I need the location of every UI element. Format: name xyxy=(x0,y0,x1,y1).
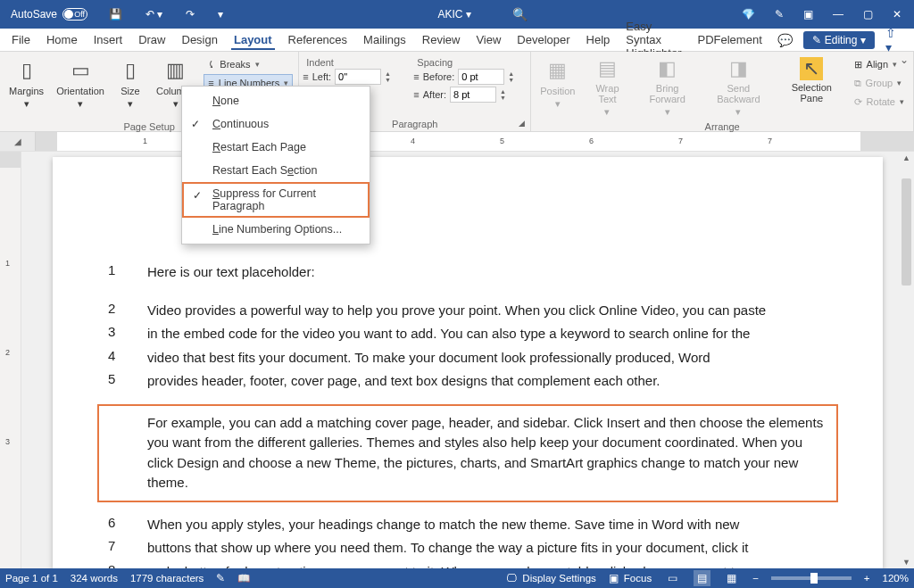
tab-layout[interactable]: Layout xyxy=(226,30,280,49)
spacing-after-icon: ≡ xyxy=(413,89,419,100)
tab-help[interactable]: Help xyxy=(578,30,619,49)
indent-left-input[interactable] xyxy=(335,69,381,85)
vertical-scrollbar[interactable]: ▲ ▼ xyxy=(899,152,914,568)
bring-forward-button: ◧Bring Forward▾ xyxy=(635,55,701,120)
status-page[interactable]: Page 1 of 1 xyxy=(5,573,58,584)
tab-home[interactable]: Home xyxy=(38,30,86,49)
editing-mode-button[interactable]: ✎ Editing ▾ xyxy=(803,31,876,49)
toggle-switch[interactable]: Off xyxy=(62,8,87,21)
indent-left-icon: ≡ xyxy=(303,71,308,82)
spinner[interactable]: ▲▼ xyxy=(385,70,391,83)
statusbar: Page 1 of 1 324 words 1779 characters ✎ … xyxy=(0,568,914,588)
horizontal-ruler[interactable]: ◢ 1 2 3 4 5 6 7 7 xyxy=(0,132,914,152)
search-icon[interactable]: 🔍 xyxy=(512,7,528,21)
page[interactable]: 1Here is our text placeholder: 2Video pr… xyxy=(53,157,883,568)
display-settings[interactable]: 🖵 Display Settings xyxy=(506,573,595,584)
tab-draw[interactable]: Draw xyxy=(130,30,173,49)
orientation-icon: ▭ xyxy=(67,57,94,84)
group-icon: ⧉ xyxy=(854,78,861,89)
document-name[interactable]: AKIC ▾ xyxy=(438,8,471,21)
web-layout-icon[interactable]: ▦ xyxy=(723,570,740,586)
rotate-button: ⟳Rotate▾ xyxy=(851,93,908,111)
line-number: 3 xyxy=(108,324,124,344)
breaks-icon: ⤹ xyxy=(207,59,215,70)
account-icon[interactable]: 👤 xyxy=(907,29,914,51)
size-button[interactable]: ▯Size▾ xyxy=(112,55,149,120)
spellcheck-icon[interactable]: ✎ xyxy=(216,572,225,584)
text-line[interactable]: and a button for layout options appears … xyxy=(147,562,827,569)
tab-design[interactable]: Design xyxy=(174,30,226,49)
autosave-label: AutoSave xyxy=(11,8,57,21)
line-number: 4 xyxy=(108,348,124,369)
zoom-in-icon[interactable]: + xyxy=(864,573,870,584)
spacing-before-input[interactable] xyxy=(458,69,504,85)
tab-insert[interactable]: Insert xyxy=(86,30,131,49)
spinner[interactable]: ▲▼ xyxy=(508,70,514,83)
selection-pane-button[interactable]: ↖Selection Pane xyxy=(777,55,847,120)
selection-pane-icon: ↖ xyxy=(800,57,823,80)
focus-mode[interactable]: ▣ Focus xyxy=(609,572,652,584)
tab-view[interactable]: View xyxy=(468,30,509,49)
menubar: File Home Insert Draw Design Layout Refe… xyxy=(0,29,914,52)
bring-forward-icon: ◧ xyxy=(654,57,681,81)
ln-restart-section[interactable]: Restart Each SectionRestart Each Section xyxy=(182,159,370,182)
line-number: 6 xyxy=(108,515,124,535)
tab-references[interactable]: References xyxy=(280,30,355,49)
collapse-ribbon-icon[interactable]: ⌄ xyxy=(900,54,909,66)
zoom-slider[interactable] xyxy=(771,576,852,580)
launcher-icon[interactable]: ◢ xyxy=(519,119,525,128)
ln-continuous[interactable]: ✓ContinuousContinuous xyxy=(182,112,370,136)
ribbon: ▯Margins▾ ▭Orientation▾ ▯Size▾ ▥Columns▾… xyxy=(0,52,914,132)
tab-mailings[interactable]: Mailings xyxy=(355,30,414,49)
diamond-icon[interactable]: 💎 xyxy=(733,3,764,26)
zoom-level[interactable]: 120% xyxy=(883,573,909,584)
read-mode-icon[interactable]: ▭ xyxy=(664,570,681,586)
text-line[interactable]: in the embed code for the video you want… xyxy=(147,324,827,344)
send-backward-icon: ◨ xyxy=(725,57,752,81)
line-numbers-menu: NNoneone ✓ContinuousContinuous Restart E… xyxy=(181,86,370,244)
tab-pdfelement[interactable]: PDFelement xyxy=(690,30,770,49)
ln-options[interactable]: Line Numbering Options...Line Numbering … xyxy=(182,218,370,241)
tab-review[interactable]: Review xyxy=(414,30,469,49)
spacing-header: Spacing xyxy=(413,55,514,68)
rotate-icon: ⟳ xyxy=(854,96,862,108)
scroll-down-icon[interactable]: ▼ xyxy=(899,558,914,567)
line-number: 8 xyxy=(108,562,124,569)
spacing-after-input[interactable] xyxy=(450,87,496,103)
accessibility-icon[interactable]: 📖 xyxy=(237,572,250,584)
text-line[interactable]: Video provides a powerful way to help yo… xyxy=(147,301,827,321)
text-line[interactable]: Here is our text placeholder: xyxy=(147,262,827,283)
save-icon[interactable]: 💾 xyxy=(100,3,131,26)
margins-button[interactable]: ▯Margins▾ xyxy=(4,55,49,120)
undo-icon[interactable]: ↶ ▾ xyxy=(137,3,171,26)
document-area: 1 2 3 1Here is our text placeholder: 2Vi… xyxy=(0,152,914,568)
spinner[interactable]: ▲▼ xyxy=(500,88,506,101)
ln-none[interactable]: NNoneone xyxy=(182,89,370,112)
vertical-ruler[interactable]: 1 2 3 xyxy=(0,152,21,568)
text-line[interactable]: buttons that show up where you need them… xyxy=(147,538,827,559)
tab-file[interactable]: File xyxy=(4,30,38,49)
ln-restart-page[interactable]: Restart Each PageRestart Each Page xyxy=(182,136,370,159)
text-line[interactable]: When you apply styles, your headings cha… xyxy=(147,515,827,535)
comments-icon[interactable]: 💬 xyxy=(770,29,800,51)
text-line[interactable]: provides header, footer, cover page, and… xyxy=(147,371,827,392)
orientation-button[interactable]: ▭Orientation▾ xyxy=(51,55,110,120)
status-chars[interactable]: 1779 characters xyxy=(130,573,204,584)
ln-suppress[interactable]: ✓Suppress for Current ParagraphSuppress … xyxy=(182,182,370,218)
redo-icon[interactable]: ↷ xyxy=(177,3,204,26)
zoom-out-icon[interactable]: − xyxy=(752,573,759,584)
qat-more-icon[interactable]: ▾ xyxy=(209,3,232,26)
autosave-toggle[interactable]: AutoSave Off xyxy=(4,6,95,22)
wrap-text-button: ▤Wrap Text▾ xyxy=(582,55,632,120)
send-backward-button: ◨Send Backward▾ xyxy=(702,55,775,120)
status-words[interactable]: 324 words xyxy=(71,573,118,584)
scroll-up-icon[interactable]: ▲ xyxy=(899,153,914,162)
tab-developer[interactable]: Developer xyxy=(509,30,577,49)
suppressed-paragraph[interactable]: For example, you can add a matching cove… xyxy=(97,404,838,502)
text-line[interactable]: video that best fits your document. To m… xyxy=(147,348,827,369)
print-layout-icon[interactable]: ▤ xyxy=(694,570,710,586)
scroll-thumb[interactable] xyxy=(902,178,911,286)
text-line[interactable]: For example, you can add a matching cove… xyxy=(147,413,827,493)
align-icon: ⊞ xyxy=(854,59,862,70)
breaks-button[interactable]: ⤹Breaks▾ xyxy=(204,55,293,73)
